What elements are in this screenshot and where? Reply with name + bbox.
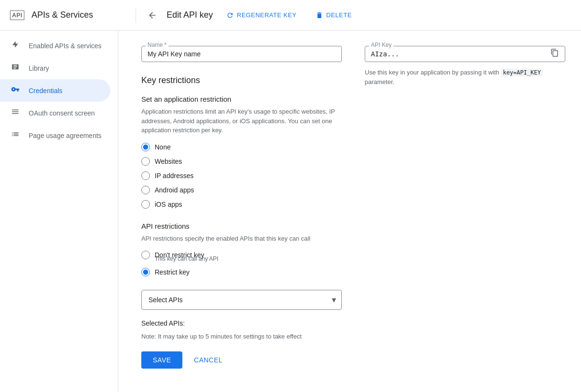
sidebar-item-library[interactable]: Library [0,57,110,79]
radio-android-apps[interactable]: Android apps [141,186,342,194]
enabled-apis-icon [10,40,21,51]
dont-restrict-wrapper: Don't restrict key This key can call any… [141,251,342,262]
library-icon [10,63,21,74]
main-layout: Enabled APIs & services Library Credenti… [0,31,581,392]
radio-ip-label: IP addresses [155,172,193,180]
dont-restrict-sublabel: This key can call any API [155,255,342,262]
api-key-note: Use this key in your application by pass… [365,68,565,86]
api-restrictions-section: API restrictions API restrictions specif… [141,222,342,340]
radio-restrict-label: Restrict key [155,268,190,276]
radio-restrict[interactable]: Restrict key [141,268,342,276]
sidebar-item-credentials[interactable]: Credentials [0,79,110,102]
key-restrictions-title: Key restrictions [141,75,342,85]
api-restrictions-title: API restrictions [141,222,342,230]
page-title: Edit API key [167,10,213,20]
sidebar-item-oauth-consent[interactable]: OAuth consent screen [0,102,110,124]
page-usage-icon [10,130,21,141]
sidebar-item-page-usage[interactable]: Page usage agreements [0,124,110,147]
app-title: APIs & Services [32,10,93,20]
api-key-note-text1: Use this key in your application by pass… [365,69,501,76]
app-restriction-radio-group: None Websites IP addresses Android apps [141,143,342,209]
sidebar-item-label: Enabled APIs & services [29,42,102,50]
back-button[interactable] [146,9,159,22]
top-header: API APIs & Services Edit API key REGENER… [0,0,581,31]
sidebar-item-label: Library [29,64,49,72]
app-restriction-title: Set an application restriction [141,95,342,103]
content-grid: Name * Key restrictions Set an applicati… [141,46,558,369]
header-actions: Edit API key REGENERATE KEY DELETE [146,8,573,23]
api-key-label: API Key [369,42,393,48]
save-button[interactable]: SAVE [141,351,182,369]
note-text: Note: It may take up to 5 minutes for se… [141,333,342,340]
credentials-icon [10,85,21,96]
radio-none[interactable]: None [141,143,342,151]
cancel-button[interactable]: CANCEL [190,351,226,369]
app-restriction-desc: Application restrictions limit an API ke… [141,107,342,135]
logo-box: API [8,10,27,21]
selected-apis-title: Selected APIs: [141,319,342,327]
content-area: Name * Key restrictions Set an applicati… [118,31,581,392]
radio-websites-label: Websites [155,158,182,165]
header-divider [136,8,136,23]
radio-websites-input[interactable] [141,157,150,166]
regenerate-key-label: REGENERATE KEY [237,11,296,19]
sidebar: Enabled APIs & services Library Credenti… [0,31,118,392]
sidebar-item-label: Credentials [29,87,63,95]
name-input[interactable] [148,50,336,58]
api-logo: API [10,11,24,20]
radio-ios-apps[interactable]: iOS apps [141,200,342,209]
sidebar-item-label: OAuth consent screen [29,109,95,117]
radio-ios-input[interactable] [141,200,150,209]
oauth-icon [10,107,21,118]
name-field-group: Name * [141,46,342,62]
radio-android-label: Android apps [155,186,194,194]
api-restriction-radio-group: Don't restrict key This key can call any… [141,251,342,276]
radio-none-input[interactable] [141,143,150,151]
sidebar-item-enabled-apis[interactable]: Enabled APIs & services [0,34,110,57]
delete-label: DELETE [326,11,352,19]
api-key-outlined-field: API Key AIza... [365,46,565,62]
select-apis-wrapper[interactable]: Select APIs ▾ [141,290,342,310]
api-key-note-code: key=API_KEY [501,69,542,76]
name-outlined-field[interactable]: Name * [141,46,342,62]
api-restrictions-desc: API restrictions specify the enabled API… [141,234,342,244]
sidebar-item-label: Page usage agreements [29,132,102,139]
api-key-note-text2: parameter. [365,78,394,85]
radio-ip-input[interactable] [141,171,150,180]
logo-area: API APIs & Services [8,10,126,21]
radio-ios-label: iOS apps [155,201,182,208]
api-key-value: AIza... [371,50,399,58]
left-column: Name * Key restrictions Set an applicati… [141,46,342,369]
radio-android-input[interactable] [141,186,150,194]
radio-websites[interactable]: Websites [141,157,342,166]
api-key-field-wrapper: API Key AIza... [365,46,565,62]
radio-dont-restrict-input[interactable] [141,251,150,259]
radio-none-label: None [155,143,170,151]
regenerate-key-button[interactable]: REGENERATE KEY [221,8,302,23]
radio-ip-addresses[interactable]: IP addresses [141,171,342,180]
action-buttons: SAVE CANCEL [141,351,342,369]
copy-api-key-button[interactable] [549,47,561,62]
api-key-panel: API Key AIza... Use this key in your app… [365,46,565,369]
radio-restrict-input[interactable] [141,268,150,276]
select-apis-dropdown[interactable]: Select APIs [141,290,342,310]
delete-button[interactable]: DELETE [310,8,358,23]
name-label: Name * [146,42,169,48]
